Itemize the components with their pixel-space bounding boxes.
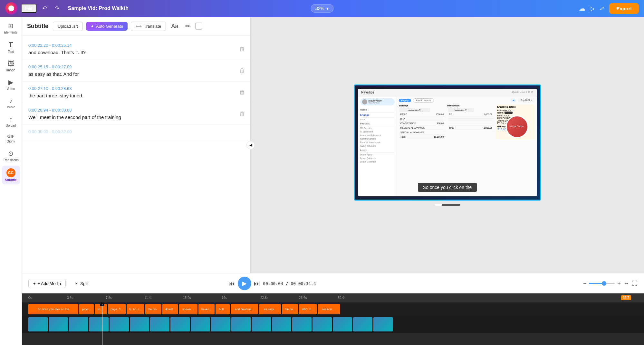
share-button[interactable]: ⤢ — [599, 5, 605, 12]
subtitle-entry: 0:00:27.10 - 0:00:28.93 the part three, … — [22, 82, 250, 103]
undo-button[interactable]: ↶ — [40, 4, 49, 13]
subtitle-time: 0:00:25.15 - 0:00:27.09 — [28, 64, 244, 69]
subtitle-toolbar: Subtitle Upload .srt ✦ Auto Generate ⟺ T… — [22, 17, 250, 36]
video-clip-thumbnail — [272, 317, 291, 331]
zoom-button[interactable]: 32% ▾ — [311, 4, 333, 13]
subtitle-text[interactable]: We'll meet in the second part of the tra… — [28, 114, 244, 120]
add-media-button[interactable]: + + Add Media — [28, 279, 66, 288]
play-pause-button[interactable]: ▶ — [238, 277, 251, 290]
delete-entry-button[interactable]: 🗑 — [239, 111, 245, 117]
subtitle-clip[interactable]: and downloa... — [231, 304, 258, 314]
timeline-tracks[interactable]: ▼ So once you click on the pays... to, .… — [22, 302, 644, 345]
format-text-button[interactable]: Aa — [169, 22, 180, 31]
subtitle-clip[interactable]: page. S... — [108, 304, 126, 314]
zoom-control: 32% ▾ — [311, 4, 333, 13]
sidebar-item-music[interactable]: ♪ Music — [2, 94, 20, 112]
subtitle-clip[interactable]: So once you click on the — [28, 304, 78, 314]
subtitle-time: 0:00:27.10 - 0:00:28.93 — [28, 86, 244, 91]
video-clip-thumbnail — [211, 317, 230, 331]
subtitle-clip[interactable]: downl... — [162, 304, 178, 314]
subtitle-list: 0:00:22.20 - 0:00:25.14 and download. Th… — [22, 36, 250, 273]
video-clip-thumbnail — [353, 317, 372, 331]
translate-icon: ⟺ — [136, 24, 142, 29]
subtitle-checkbox[interactable] — [195, 23, 202, 30]
split-button[interactable]: ✂ Split — [70, 279, 93, 288]
video-frame: Payslips Quick Links ▾ ✕ ⊡ Hi KavyakaviV… — [354, 84, 541, 201]
sidebar-item-image[interactable]: 🖼 Image — [2, 57, 20, 74]
subtitle-track: So once you click on the pays... to, ...… — [22, 302, 644, 316]
skip-back-button[interactable]: ⏮ — [229, 280, 235, 287]
subtitle-entry: 0:00:22.20 - 0:00:25.14 and download. Th… — [22, 38, 250, 60]
cloud-save-button[interactable]: ☁ — [579, 5, 585, 12]
middle-split: Subtitle Upload .srt ✦ Auto Generate ⟺ T… — [22, 17, 644, 273]
auto-generate-button[interactable]: ✦ Auto Generate — [86, 22, 128, 31]
subtitle-clip[interactable]: the pa... — [282, 304, 298, 314]
playhead-marker: ▼ — [100, 302, 104, 306]
zoom-slider[interactable] — [589, 283, 615, 284]
subtitle-clip[interactable]: shown ... — [179, 304, 197, 314]
subtitle-clip[interactable]: to, uh, c... — [127, 304, 144, 314]
text-icon: T — [9, 41, 13, 49]
video-clip-thumbnail — [130, 317, 149, 331]
translate-button[interactable]: ⟺ Translate — [131, 22, 166, 31]
payslip-content: Payslip Reimb. Payslip ◀ Sep 2021 ▾ Earn… — [397, 96, 537, 196]
preview-button[interactable]: ▷ — [590, 5, 595, 12]
sidebar-item-subtitle[interactable]: CC Subtitle — [2, 166, 20, 184]
subtitle-clip[interactable]: as easy... — [259, 304, 281, 314]
timeline-playhead[interactable]: ▼ — [102, 302, 102, 345]
topbar-actions: ☁ ▷ ⤢ Export — [579, 3, 639, 14]
subtitle-text[interactable]: the part three, stay tuned. — [28, 93, 244, 98]
subtitle-clip[interactable]: have t... — [198, 304, 215, 314]
logo-inner — [8, 5, 14, 11]
subtitle-clip[interactable]: the mo... — [145, 304, 161, 314]
style-button[interactable]: ✏ — [183, 21, 192, 31]
subtitle-entry: 0:00:25.15 - 0:00:27.09 as easy as that.… — [22, 60, 250, 82]
sidebar-item-elements[interactable]: ⊞ Elements — [2, 19, 20, 37]
video-progress-bar — [435, 204, 460, 206]
sidebar-item-video[interactable]: ▶ Video — [2, 76, 20, 93]
file-menu-button[interactable]: File — [21, 4, 36, 13]
panel-collapse-button[interactable]: ◀ — [246, 141, 255, 149]
delete-entry-button[interactable]: 🗑 — [239, 89, 245, 96]
skip-forward-button[interactable]: ⏭ — [254, 280, 260, 287]
music-icon: ♪ — [9, 97, 13, 104]
sidebar-item-transitions[interactable]: ⊙ Transitions — [2, 147, 20, 164]
sidebar-item-giphy[interactable]: GIF Giphy — [2, 131, 20, 146]
subtitle-clip[interactable]: pays... — [79, 304, 94, 314]
upload-srt-button[interactable]: Upload .srt — [53, 22, 83, 31]
zoom-out-button[interactable]: − — [583, 280, 587, 287]
video-area: Payslips Quick Links ▾ ✕ ⊡ Hi KavyakaviV… — [251, 17, 644, 273]
fit-to-window-button[interactable]: ↔ — [623, 280, 629, 287]
plus-icon: + — [33, 281, 36, 286]
payslip-nav: Hi KavyakaviView My Info Home Engage To … — [358, 96, 397, 196]
ruler-mark: 19s — [222, 296, 227, 300]
zoom-controls: − + ↔ ⛶ — [583, 280, 638, 287]
sidebar-item-upload[interactable]: ↑ Upload — [2, 113, 20, 130]
delete-entry-button[interactable]: 🗑 — [239, 46, 245, 53]
delete-entry-button[interactable]: 🗑 — [239, 67, 245, 74]
zoom-level-label: 32% — [315, 6, 324, 11]
subtitle-clip[interactable]: We'll m... — [299, 304, 317, 314]
total-time: 00:00:34.4 — [291, 281, 316, 286]
sidebar-item-text[interactable]: T Text — [2, 38, 20, 56]
trainer-name: Kavya, Trainer — [510, 125, 524, 128]
ruler-mark: 11.4s — [144, 296, 152, 300]
zoom-in-button[interactable]: + — [617, 280, 621, 287]
subtitle-entry: 0:00:30.00 - 0:00:32.00 — [22, 125, 250, 141]
video-clip-thumbnail — [252, 317, 271, 331]
subtitle-clip[interactable]: session. ... — [318, 304, 340, 314]
subtitle-text[interactable]: and download. That's it. It's — [28, 50, 244, 55]
export-button[interactable]: Export — [609, 3, 639, 14]
subtitle-text[interactable]: as easy as that. And for — [28, 71, 244, 77]
left-sidebar: ⊞ Elements T Text 🖼 Image ▶ Video ♪ Musi… — [0, 17, 22, 345]
subtitle-clip[interactable]: butt... — [216, 304, 230, 314]
elements-label: Elements — [4, 31, 18, 34]
video-scrubber[interactable] — [435, 204, 460, 206]
player-controls: + + Add Media ✂ Split ⏮ ▶ ⏭ 00:00:04 / 0… — [22, 273, 644, 293]
expand-timeline-button[interactable]: ⛶ — [632, 280, 638, 287]
transitions-label: Transitions — [3, 158, 19, 162]
video-clip-thumbnail — [292, 317, 312, 331]
topbar: File ↶ ↷ Sample Vid: Prod Walkth 32% ▾ ☁… — [0, 0, 644, 17]
transitions-icon: ⊙ — [8, 150, 14, 157]
redo-button[interactable]: ↷ — [53, 4, 62, 13]
